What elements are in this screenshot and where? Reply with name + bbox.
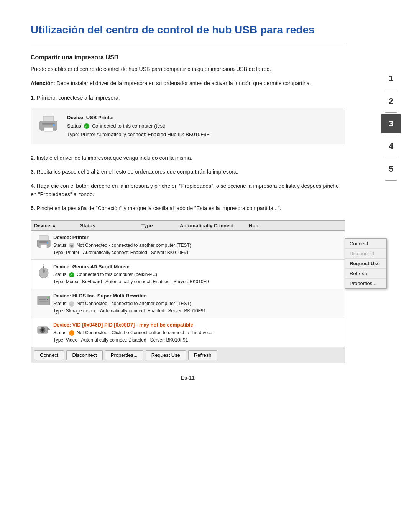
properties-button[interactable]: Properties... — [105, 350, 143, 360]
refresh-button[interactable]: Refresh — [188, 350, 217, 360]
connected-icon-2 — [69, 272, 74, 277]
row-icon-printer — [34, 234, 53, 249]
col-header-hub: Hub — [249, 223, 342, 228]
svg-point-6 — [51, 125, 52, 126]
connect-button[interactable]: Connect — [34, 350, 64, 360]
chapter-divider-4 — [385, 158, 397, 158]
row-4-device-name: Device: VID [0x046D] PID [0x08D7] - may … — [53, 321, 342, 329]
svg-point-25 — [42, 329, 43, 331]
attention-text: Atención: Debe instalar el driver de la … — [31, 79, 345, 87]
svg-marker-27 — [48, 328, 50, 330]
page-number: Es-11 — [31, 375, 345, 381]
row-2-status: Status: Connected to this computer (belk… — [53, 271, 342, 278]
printer-icon-large — [38, 115, 61, 136]
chapter-divider-1 — [385, 90, 397, 90]
chapter-divider-2 — [385, 112, 397, 113]
page-title: Utilización del centro de control de hub… — [31, 23, 345, 37]
section-intro-text: Puede establecer el centro de control de… — [31, 65, 345, 73]
row-2-device-name: Device: Genius 4D Scroll Mouse — [53, 263, 342, 271]
chapter-4[interactable]: 4 — [381, 137, 401, 156]
row-1-info: Device: Printer Status: Not Connected - … — [53, 234, 342, 256]
step-1: 1. Primero, conéctese a la impresora. — [31, 94, 345, 102]
usb-control-table: Device ▲ Status Type Automatically Conne… — [31, 220, 345, 364]
chapter-2[interactable]: 2 — [381, 92, 401, 111]
svg-point-12 — [47, 242, 48, 244]
row-2-info: Device: Genius 4D Scroll Mouse Status: C… — [53, 263, 342, 286]
svg-rect-19 — [47, 299, 48, 300]
row-icon-mouse — [34, 263, 53, 278]
row-4-status: Status: Not Connected - Click the Connec… — [53, 329, 342, 337]
table-row[interactable]: Device: Printer Status: Not Connected - … — [31, 231, 345, 260]
row-icon-drive — [34, 292, 53, 307]
svg-point-21 — [48, 297, 49, 298]
svg-rect-11 — [41, 245, 47, 248]
context-request-use[interactable]: Request Use — [345, 259, 386, 269]
row-4-type: Type: Video Automatically connect: Disab… — [53, 337, 342, 344]
context-connect[interactable]: Connect — [345, 239, 386, 249]
not-connected-icon-1 — [69, 243, 74, 248]
title-divider — [31, 43, 345, 43]
step-2: 2. Instale el driver de la impresora que… — [31, 154, 345, 162]
row-icon-camera — [34, 321, 53, 337]
svg-rect-26 — [38, 327, 41, 329]
chapter-divider-3 — [385, 135, 397, 135]
chapter-5[interactable]: 5 — [381, 159, 401, 179]
table-row[interactable]: Device: VID [0x046D] PID [0x08D7] - may … — [31, 318, 345, 347]
svg-rect-20 — [39, 301, 48, 302]
table-row[interactable]: Device: HLDS Inc. Super Multi Rewriter S… — [31, 289, 345, 318]
chapter-1[interactable]: 1 — [381, 69, 401, 88]
disconnect-button[interactable]: Disconnect — [66, 350, 102, 360]
table-row[interactable]: Device: Genius 4D Scroll Mouse Status: C… — [31, 260, 345, 289]
not-connected-icon-3 — [69, 301, 74, 307]
row-2-type: Type: Mouse, Keyboard Automatically conn… — [53, 278, 342, 286]
table-body: Device: Printer Status: Not Connected - … — [31, 231, 345, 347]
attention-label: Atención — [31, 80, 54, 86]
col-header-type: Type — [141, 223, 180, 228]
col-header-status: Status — [80, 223, 141, 228]
step-4: 4. Haga clic con el botón derecho en la … — [31, 182, 345, 199]
svg-point-5 — [53, 124, 54, 126]
chapter-3[interactable]: 3 — [381, 114, 401, 133]
device-info-text: Device: USB Printer Status: Connected to… — [67, 113, 210, 139]
row-4-info: Device: VID [0x046D] PID [0x08D7] - may … — [53, 321, 342, 344]
chapter-divider-5 — [385, 180, 397, 181]
context-menu: Connect Disconnect Request Use Refresh P… — [345, 238, 387, 289]
row-3-info: Device: HLDS Inc. Super Multi Rewriter S… — [53, 292, 342, 315]
svg-rect-2 — [42, 123, 55, 125]
row-3-device-name: Device: HLDS Inc. Super Multi Rewriter — [53, 292, 342, 300]
step-3: 3. Repita los pasos del 1 al 2 en el res… — [31, 167, 345, 176]
device-info-box: Device: USB Printer Status: Connected to… — [31, 108, 345, 144]
table-header: Device ▲ Status Type Automatically Conne… — [31, 221, 345, 231]
warning-icon-4 — [69, 330, 74, 336]
connected-status-icon — [84, 123, 89, 129]
col-header-auto: Automatically Connect — [180, 223, 249, 228]
row-3-type: Type: Storage device Automatically conne… — [53, 307, 342, 315]
request-use-button[interactable]: Request Use — [146, 350, 186, 360]
bottom-button-bar: Connect Disconnect Properties... Request… — [31, 347, 345, 363]
svg-rect-4 — [44, 128, 53, 132]
svg-rect-18 — [39, 299, 46, 300]
context-disconnect[interactable]: Disconnect — [345, 249, 386, 259]
row-3-status: Status: Not Connected - connected to ano… — [53, 300, 342, 307]
context-refresh[interactable]: Refresh — [345, 269, 386, 279]
svg-rect-16 — [43, 269, 45, 273]
device-status: Status: Connected to this computer (test… — [67, 122, 210, 130]
section-heading: Compartir una impresora USB — [31, 54, 345, 61]
step-5: 5. Pinche en la pestaña de "Conexión" y … — [31, 204, 345, 212]
device-name: Device: USB Printer — [67, 113, 210, 122]
col-header-device: Device ▲ — [34, 223, 80, 228]
row-1-status: Status: Not Connected - connected to ano… — [53, 242, 342, 249]
svg-rect-9 — [39, 241, 48, 243]
device-type: Type: Printer Automatically connect: Ena… — [67, 130, 210, 139]
row-1-type: Type: Printer Automatically connect: Ena… — [53, 249, 342, 256]
context-properties[interactable]: Properties... — [345, 279, 386, 288]
row-1-device-name: Device: Printer — [53, 234, 342, 242]
